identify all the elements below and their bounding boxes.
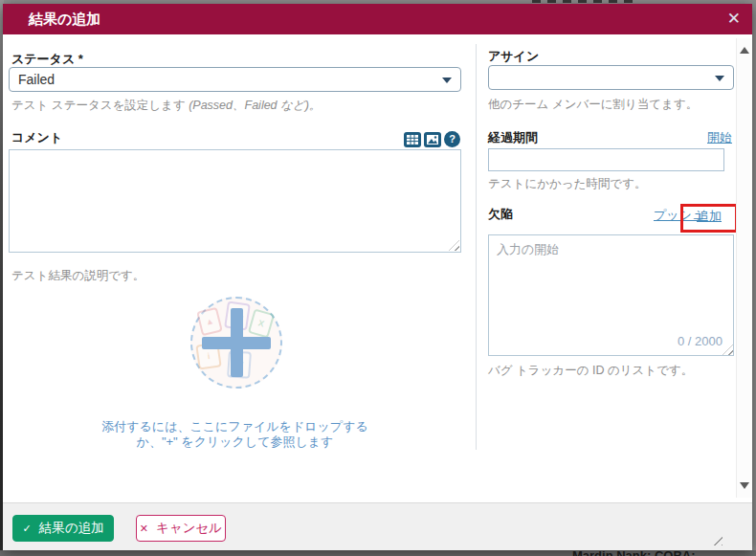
scroll-down-icon[interactable]	[740, 482, 749, 489]
close-icon[interactable]: ✕	[727, 4, 741, 33]
elapsed-label: 経過期間	[488, 129, 538, 146]
attachment-dropzone[interactable]: ▲ </> X i W	[190, 297, 282, 389]
chevron-down-icon	[715, 76, 724, 81]
check-icon: ✓	[22, 523, 31, 535]
dialog-title: 結果の追加	[29, 4, 100, 34]
x-icon: ✕	[140, 523, 148, 535]
start-timer-link[interactable]: 開始	[707, 129, 732, 146]
assign-select[interactable]	[488, 65, 734, 90]
column-divider	[476, 44, 477, 450]
add-result-dialog: 結果の追加 ✕ ステータス * Failed テスト ステータスを設定します (…	[3, 4, 752, 550]
image-file-icon: ▲	[196, 307, 223, 337]
dialog-footer	[3, 502, 752, 550]
defects-helper: バグ トラッカーの ID のリストです。	[488, 363, 693, 379]
elapsed-input[interactable]	[488, 148, 724, 171]
background-bottom-strip: Mardin Nank: COBA:	[0, 550, 756, 556]
plus-icon	[231, 308, 243, 377]
status-select[interactable]: Failed	[9, 67, 461, 92]
status-label: ステータス *	[11, 51, 83, 68]
cancel-button[interactable]: ✕ キャンセル	[136, 515, 226, 542]
character-counter: 0 / 2000	[678, 334, 723, 348]
page-background: Mardin Nank: COBA: 結果の追加 ✕ ステータス * Faile…	[0, 0, 756, 556]
elapsed-helper: テストにかかった時間です。	[488, 176, 646, 192]
assign-label: アサイン	[488, 48, 539, 65]
add-result-button[interactable]: ✓ 結果の追加	[12, 515, 114, 542]
attachment-hint: 添付するには、ここにファイルをドロップする か、"+" をクリックして参照します	[9, 419, 461, 450]
defects-label: 欠陥	[488, 206, 513, 223]
assign-helper: 他のチーム メンバーに割り当てます。	[488, 97, 698, 113]
background-top-fragment	[532, 0, 637, 3]
dialog-scrollbar[interactable]	[736, 38, 752, 498]
image-icon[interactable]	[424, 132, 441, 151]
comment-helper: テスト結果の説明です。	[11, 268, 145, 284]
status-value: Failed	[18, 72, 55, 87]
spreadsheet-file-icon: X	[248, 308, 275, 338]
background-text-fragment: Mardin Nank: COBA:	[572, 550, 696, 556]
comment-textarea[interactable]	[9, 149, 461, 253]
scroll-up-icon[interactable]	[740, 47, 749, 54]
chevron-down-icon	[442, 78, 452, 83]
table-icon[interactable]	[404, 132, 421, 151]
help-icon[interactable]: ?	[444, 131, 460, 147]
comment-label: コメント	[11, 129, 62, 146]
status-helper: テスト ステータスを設定します (Passed、Failed など)。	[11, 98, 321, 114]
add-defect-link[interactable]: 追加	[697, 208, 722, 225]
dialog-header: 結果の追加 ✕	[3, 4, 752, 34]
